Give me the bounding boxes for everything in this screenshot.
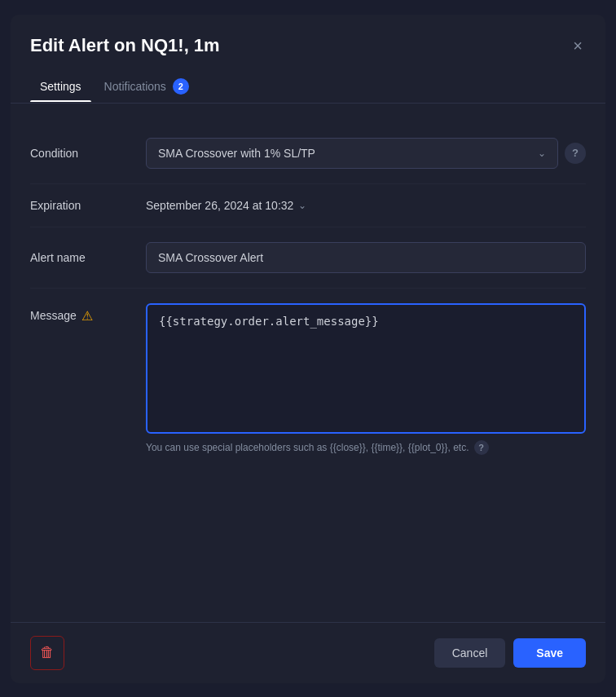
edit-alert-dialog: Edit Alert on NQ1!, 1m × Settings Notifi… — [11, 15, 605, 683]
message-hint: You can use special placeholders such as… — [146, 440, 586, 455]
save-button[interactable]: Save — [513, 638, 586, 668]
tabs-container: Settings Notifications 2 — [11, 70, 605, 104]
expiration-dropdown[interactable]: September 26, 2024 at 10:32 ⌄ — [146, 199, 306, 212]
dialog-title: Edit Alert on NQ1!, 1m — [30, 35, 220, 56]
trash-icon: 🗑 — [40, 644, 55, 661]
condition-chevron-icon: ⌄ — [538, 148, 546, 159]
message-warning-icon: ⚠ — [81, 308, 93, 324]
condition-dropdown[interactable]: SMA Crossover with 1% SL/TP ⌄ — [146, 138, 558, 169]
expiration-label: Expiration — [30, 199, 136, 212]
tab-notifications[interactable]: Notifications 2 — [95, 70, 199, 103]
condition-label: Condition — [30, 147, 136, 160]
alert-name-row: Alert name — [30, 227, 586, 289]
alert-name-control-wrap — [146, 242, 586, 273]
dialog-header: Edit Alert on NQ1!, 1m × — [11, 15, 605, 57]
condition-help-icon[interactable]: ? — [565, 143, 586, 164]
alert-name-label: Alert name — [30, 251, 136, 264]
cancel-button[interactable]: Cancel — [434, 638, 506, 668]
alert-name-input[interactable] — [146, 242, 586, 273]
expiration-chevron-icon: ⌄ — [298, 200, 306, 211]
delete-button[interactable]: 🗑 — [30, 636, 64, 670]
message-row: Message ⚠ {{strategy.order.alert_message… — [30, 289, 586, 470]
message-help-icon[interactable]: ? — [474, 440, 489, 455]
message-control-wrap: {{strategy.order.alert_message}} You can… — [146, 303, 586, 455]
condition-control-wrap: SMA Crossover with 1% SL/TP ⌄ ? — [146, 138, 586, 169]
condition-value: SMA Crossover with 1% SL/TP — [158, 147, 315, 160]
message-label: Message ⚠ — [30, 303, 136, 324]
expiration-value: September 26, 2024 at 10:32 — [146, 199, 293, 212]
message-textarea[interactable]: {{strategy.order.alert_message}} — [146, 303, 586, 434]
dialog-body: Condition SMA Crossover with 1% SL/TP ⌄ … — [11, 104, 605, 622]
footer-actions: Cancel Save — [434, 638, 586, 668]
notifications-badge: 2 — [173, 78, 189, 95]
expiration-row: Expiration September 26, 2024 at 10:32 ⌄ — [30, 184, 586, 227]
close-button[interactable]: × — [570, 34, 586, 57]
expiration-control-wrap: September 26, 2024 at 10:32 ⌄ — [146, 199, 586, 212]
condition-row: Condition SMA Crossover with 1% SL/TP ⌄ … — [30, 123, 586, 184]
dialog-footer: 🗑 Cancel Save — [11, 622, 605, 683]
tab-settings[interactable]: Settings — [30, 72, 91, 101]
